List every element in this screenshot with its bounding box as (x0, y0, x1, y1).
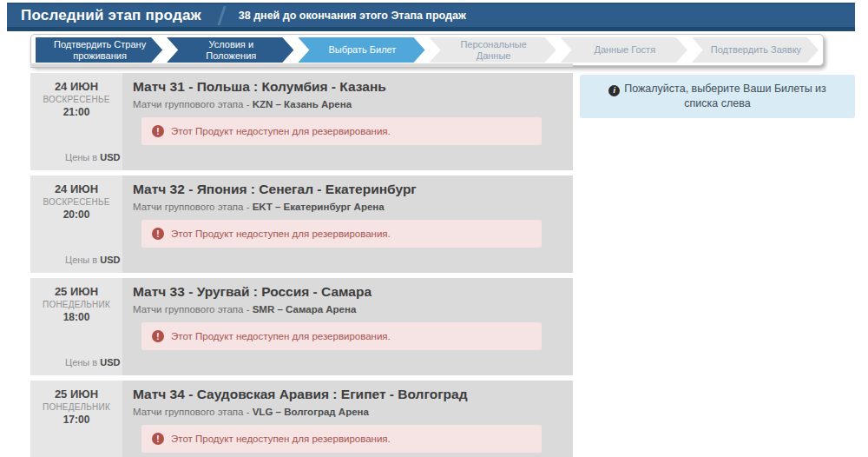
match-title: Матч 32 - Япония : Сенегал - Екатеринбур… (133, 182, 573, 197)
checkout-wizard: Подтвердить Страну проживания Условия и … (30, 34, 824, 66)
unavailable-alert-text: Этот Продукт недоступен для резервирован… (171, 331, 391, 341)
unavailable-alert: ! Этот Продукт недоступен для резервиров… (141, 117, 542, 145)
match-date-column: 24 ИЮН ВОСКРЕСЕНЬЕ 20:00 Цены в USD (30, 176, 122, 273)
unavailable-alert-text: Этот Продукт недоступен для резервирован… (171, 126, 391, 136)
match-title: Матч 34 - Саудовская Аравия : Египет - В… (133, 387, 573, 402)
header-slash-divider (217, 6, 226, 25)
unavailable-alert: ! Этот Продукт недоступен для резервиров… (141, 220, 542, 248)
match-card-33[interactable]: 25 ИЮН ПОНЕДЕЛЬНИК 18:00 Цены в USD Матч… (30, 278, 573, 375)
match-date: 24 ИЮН (30, 80, 122, 93)
match-stage-venue: Матчи группового этапа - VLG – Волгоград… (133, 407, 573, 417)
step-terms[interactable]: Условия и Положения (167, 37, 293, 63)
step-personal-data: Персональные Данные (430, 37, 556, 63)
step-select-ticket[interactable]: Выбрать Билет (298, 37, 424, 63)
match-stage-venue: Матчи группового этапа - EKT – Екатеринб… (133, 202, 573, 212)
match-card-31[interactable]: 24 ИЮН ВОСКРЕСЕНЬЕ 21:00 Цены в USD Матч… (30, 73, 573, 170)
unavailable-alert-text: Этот Продукт недоступен для резервирован… (171, 434, 391, 444)
match-weekday: ПОНЕДЕЛЬНИК (30, 402, 122, 412)
step-confirm-country[interactable]: Подтвердить Страну проживания (36, 37, 162, 63)
match-card-body: Матч 31 - Польша : Колумбия - Казань Мат… (122, 73, 573, 170)
match-time: 18:00 (30, 311, 122, 323)
match-time: 21:00 (30, 106, 122, 118)
match-card-34[interactable]: 25 ИЮН ПОНЕДЕЛЬНИК 17:00 Цены в USD Матч… (30, 381, 573, 457)
match-date-column: 25 ИЮН ПОНЕДЕЛЬНИК 18:00 Цены в USD (30, 278, 122, 375)
match-stage-venue: Матчи группового этапа - KZN – Казань Ар… (133, 99, 573, 109)
select-tickets-hint-text: Пожалуйста, выберите Ваши Билеты из спис… (624, 83, 826, 109)
match-card-body: Матч 32 - Япония : Сенегал - Екатеринбур… (122, 176, 573, 273)
page-header: Последний этап продаж 38 дней до окончан… (7, 3, 855, 31)
match-card-body: Матч 34 - Саудовская Аравия : Египет - В… (122, 381, 573, 457)
match-date-column: 25 ИЮН ПОНЕДЕЛЬНИК 17:00 Цены в USD (30, 381, 122, 457)
match-weekday: ПОНЕДЕЛЬНИК (30, 300, 122, 309)
match-weekday: ВОСКРЕСЕНЬЕ (30, 95, 122, 104)
match-date: 25 ИЮН (30, 387, 122, 401)
match-weekday: ВОСКРЕСЕНЬЕ (30, 197, 122, 207)
step-guest-data: Данные Гостя (561, 37, 687, 63)
sales-countdown: 38 дней до окончания этого Этапа продаж (239, 10, 466, 22)
step-confirm-request: Подтвердить Заявку (692, 37, 819, 63)
error-icon: ! (152, 330, 164, 342)
prices-currency-note: Цены в USD (65, 152, 120, 162)
error-icon: ! (152, 125, 164, 137)
match-time: 17:00 (30, 414, 122, 426)
match-stage-venue: Матчи группового этапа - SMR – Самара Ар… (133, 304, 573, 315)
unavailable-alert: ! Этот Продукт недоступен для резервиров… (141, 425, 542, 453)
match-time: 20:00 (30, 209, 122, 221)
unavailable-alert: ! Этот Продукт недоступен для резервиров… (141, 322, 542, 350)
error-icon: ! (152, 433, 164, 445)
match-card-32[interactable]: 24 ИЮН ВОСКРЕСЕНЬЕ 20:00 Цены в USD Матч… (30, 176, 573, 273)
select-tickets-hint: iПожалуйста, выберите Ваши Билеты из спи… (580, 75, 855, 118)
match-date: 25 ИЮН (30, 285, 122, 298)
info-icon: i (608, 85, 620, 96)
match-date: 24 ИЮН (30, 182, 122, 195)
list-scroll-sliver (30, 63, 573, 68)
match-title: Матч 31 - Польша : Колумбия - Казань (133, 79, 573, 95)
match-date-column: 24 ИЮН ВОСКРЕСЕНЬЕ 21:00 Цены в USD (30, 73, 122, 170)
page-title: Последний этап продаж (7, 7, 201, 24)
unavailable-alert-text: Этот Продукт недоступен для резервирован… (171, 228, 391, 239)
match-card-body: Матч 33 - Уругвай : Россия - Самара Матч… (122, 278, 573, 375)
error-icon: ! (152, 228, 164, 240)
prices-currency-note: Цены в USD (65, 357, 120, 368)
match-title: Матч 33 - Уругвай : Россия - Самара (133, 284, 573, 300)
prices-currency-note: Цены в USD (65, 255, 120, 265)
